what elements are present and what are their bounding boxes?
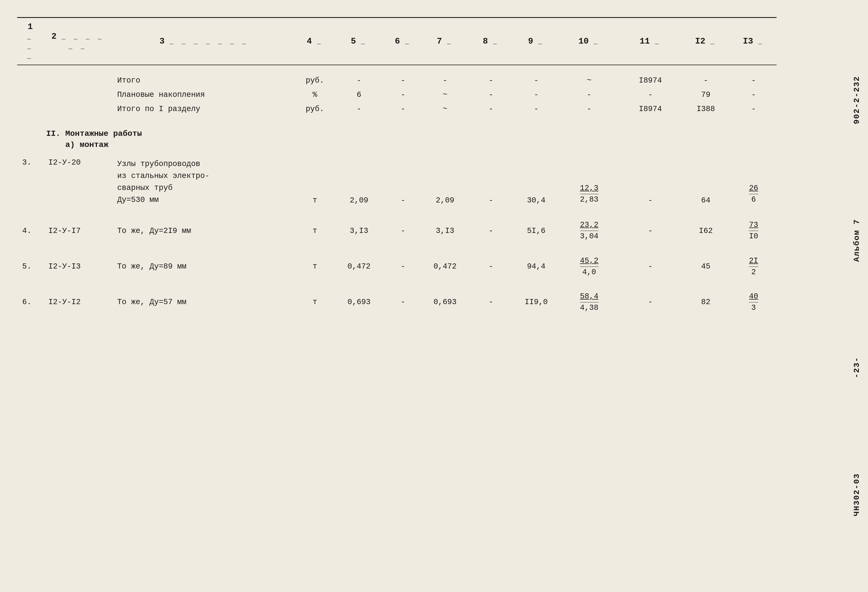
- cell-itogoI-c7: -: [468, 102, 514, 116]
- cell-6-unit: т: [296, 289, 334, 316]
- spacer-5: [17, 280, 822, 289]
- cell-3-c9-top: 12,3: [580, 183, 598, 194]
- cell-3-c12-bot: 6: [751, 195, 756, 205]
- header-col-13: I3 _: [731, 18, 776, 65]
- main-table: 1 _ _ _ 2 _ _ _ _ _ _ 3 _ _ _ _ _ _ _ 4 …: [17, 17, 822, 316]
- cell-3-num: 3.: [17, 154, 43, 209]
- cell-4-stacked-12: 73 I0: [736, 220, 771, 242]
- cell-5-c5: -: [384, 253, 422, 280]
- cell-6-c12-bot: 3: [751, 303, 756, 313]
- cell-itogoI-code: [43, 102, 112, 116]
- cell-4-c4: 3,I3: [334, 217, 384, 244]
- cell-6-c5: -: [384, 289, 422, 316]
- cell-6-c12: 40 3: [731, 289, 776, 316]
- cell-3-c9: 12,3 2,83: [559, 154, 620, 209]
- cell-itogo-code: [43, 74, 112, 88]
- cell-6-c6: 0,693: [422, 289, 468, 316]
- cell-itogoI-c11: I388: [681, 102, 731, 116]
- cell-itogo-c11: -: [681, 74, 731, 88]
- cell-itogoI-c8: -: [514, 102, 559, 116]
- header-col-12: I2 _: [681, 18, 731, 65]
- cell-5-c9: 45,2 4,0: [559, 253, 620, 280]
- cell-plan-c13: [776, 88, 822, 102]
- cell-4-c9: 23,2 3,04: [559, 217, 620, 244]
- cell-itogo-c6: -: [422, 74, 468, 88]
- cell-6-c12-top: 40: [749, 292, 758, 302]
- cell-3-desc: Узлы трубопроводовиз стальных электро-св…: [112, 154, 295, 209]
- row-planovye: Плановые накопления % 6 - ~ - - - - 79 -: [17, 88, 822, 102]
- cell-3-c7: -: [468, 154, 514, 209]
- side-label-1: 902-2-232: [852, 76, 861, 124]
- cell-5-stacked: 45,2 4,0: [564, 256, 615, 277]
- cell-itogoI-c12: -: [731, 102, 776, 116]
- cell-6-c10: -: [620, 289, 681, 316]
- side-label-2: Альбом 7: [852, 219, 861, 262]
- cell-6-c9-bot: 4,38: [580, 303, 598, 313]
- cell-5-c4: 0,472: [334, 253, 384, 280]
- header-label-11: 11: [639, 37, 650, 46]
- header-col-8: 8 _: [468, 18, 514, 65]
- header-label-2: 2: [51, 32, 56, 41]
- cell-4-code: I2-У-I7: [43, 217, 112, 244]
- cell-itogo-c7: -: [468, 74, 514, 88]
- cell-3-c12-top: 26: [749, 183, 758, 194]
- cell-3-c10: -: [620, 154, 681, 209]
- cell-itogoI-c5: -: [384, 102, 422, 116]
- cell-5-desc: То же, Ду=89 мм: [112, 253, 295, 280]
- cell-plan-c12: -: [731, 88, 776, 102]
- cell-itogo-c12: -: [731, 74, 776, 88]
- header-col-2: 2 _ _ _ _ _ _: [43, 18, 112, 65]
- cell-3-c13: [776, 154, 822, 209]
- header-label-1: 1: [28, 22, 33, 32]
- side-label-3: -23-: [852, 357, 861, 378]
- cell-5-c11: 45: [681, 253, 731, 280]
- cell-itogo-c5: -: [384, 74, 422, 88]
- header-label-12: I2: [695, 37, 705, 46]
- cell-3-c5: -: [384, 154, 422, 209]
- cell-6-code: I2-У-I2: [43, 289, 112, 316]
- header-label-4: 4: [307, 37, 312, 46]
- cell-3-c8: 30,4: [514, 154, 559, 209]
- row-3: 3. I2-У-20 Узлы трубопроводовиз стальных…: [17, 154, 822, 209]
- header-col-6: 6 _: [384, 18, 422, 65]
- header-col-11: 11 _: [620, 18, 681, 65]
- header-label-10: 10: [579, 37, 589, 46]
- cell-itogo-desc: Итого: [112, 74, 295, 88]
- cell-itogoI-unit: руб.: [296, 102, 334, 116]
- cell-4-c12: 73 I0: [731, 217, 776, 244]
- cell-5-c10: -: [620, 253, 681, 280]
- cell-5-c12: 2I 2: [731, 253, 776, 280]
- cell-itogo-c4: -: [334, 74, 384, 88]
- cell-5-c9-top: 45,2: [580, 256, 598, 267]
- cell-4-c10: -: [620, 217, 681, 244]
- cell-4-c12-bot: I0: [749, 231, 758, 242]
- cell-itogoI-c10: I8974: [620, 102, 681, 116]
- cell-4-desc: То же, Ду=2I9 мм: [112, 217, 295, 244]
- cell-4-c9-top: 23,2: [580, 220, 598, 231]
- header-col-10: 10 _: [559, 18, 620, 65]
- cell-plan-c11: 79: [681, 88, 731, 102]
- cell-4-c11: I62: [681, 217, 731, 244]
- cell-itogo-num: [17, 74, 43, 88]
- section-montazh-sub: а) монтаж: [17, 139, 776, 154]
- spacer-3: [17, 209, 822, 217]
- cell-5-code: I2-У-I3: [43, 253, 112, 280]
- cell-itogoI-c13: [776, 102, 822, 116]
- cell-plan-c8: -: [514, 88, 559, 102]
- cell-itogoI-desc: Итого по I разделу: [112, 102, 295, 116]
- row-6: 6. I2-У-I2 То же, Ду=57 мм т 0,693 - 0,6…: [17, 289, 822, 316]
- cell-plan-c9: -: [559, 88, 620, 102]
- cell-6-c13: [776, 289, 822, 316]
- cell-6-num: 6.: [17, 289, 43, 316]
- cell-4-c13: [776, 217, 822, 244]
- cell-5-c13: [776, 253, 822, 280]
- cell-plan-unit: %: [296, 88, 334, 102]
- cell-itogo-c8: -: [514, 74, 559, 88]
- side-label-4: ЧН302-03: [852, 473, 861, 516]
- cell-itogo-unit: руб.: [296, 74, 334, 88]
- row-itogo-i: Итого по I разделу руб. - - ~ - - - I897…: [17, 102, 822, 116]
- row-section-header-montazh: II. Монтажные работы: [17, 125, 822, 139]
- cell-3-c6: 2,09: [422, 154, 468, 209]
- header-label-7: 7: [437, 37, 442, 46]
- cell-4-c6: 3,I3: [422, 217, 468, 244]
